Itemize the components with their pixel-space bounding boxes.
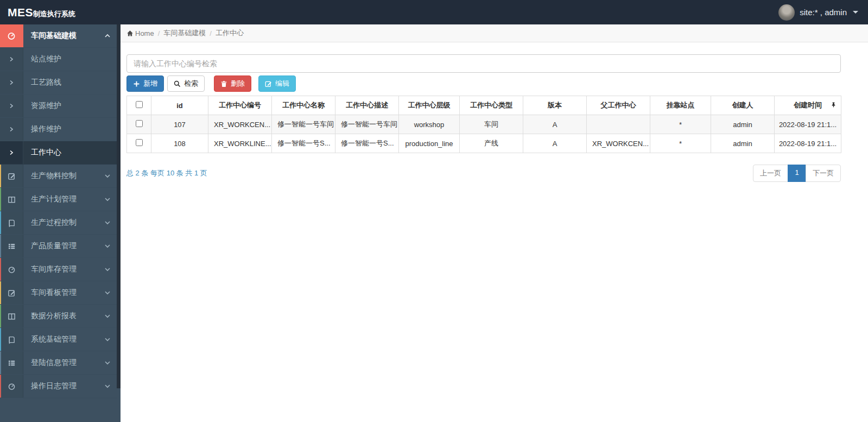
- edit-button[interactable]: 编辑: [258, 75, 296, 92]
- sidebar-item-process-route[interactable]: 工艺路线: [0, 71, 117, 95]
- cell-type: 产线: [460, 134, 523, 153]
- sidebar-item-workshop-base-modeling[interactable]: 车间基础建模: [0, 24, 117, 48]
- cell-name: 修一智能一号S...: [272, 134, 335, 153]
- search-button[interactable]: 检索: [167, 75, 205, 92]
- cell-parent: [587, 115, 650, 134]
- pagination: 上一页 1 下一页: [753, 165, 841, 182]
- user-menu[interactable]: site:* , admin: [778, 4, 868, 21]
- sidebar-item-system-management[interactable]: 系统基础管理: [0, 328, 117, 351]
- sidebar-item-plan-management[interactable]: 生产计划管理: [0, 188, 117, 211]
- breadcrumb-home-label: Home: [135, 29, 154, 37]
- sidebar-item-kanban-management[interactable]: 车间看板管理: [0, 281, 117, 305]
- table-row[interactable]: 108 XR_WORKLINE... 修一智能一号S... 修一智能一号S...…: [127, 134, 841, 153]
- home-icon: [126, 30, 134, 37]
- delete-button[interactable]: 删除: [214, 75, 251, 92]
- select-all-checkbox[interactable]: [136, 101, 143, 108]
- chevron-down-icon: [98, 258, 117, 281]
- pencil-square-icon: [0, 165, 23, 187]
- cell-level: production_line: [399, 134, 460, 153]
- search-button-label: 检索: [184, 79, 198, 89]
- row-checkbox[interactable]: [136, 139, 143, 146]
- user-label: site:* , admin: [800, 8, 847, 17]
- column-header-name: 工作中心名称: [272, 96, 335, 115]
- chevron-down-icon: [98, 235, 117, 257]
- tachometer-icon: [0, 375, 23, 398]
- cell-parent: XR_WORKCEN...: [587, 134, 650, 153]
- cell-station: *: [650, 115, 711, 134]
- sidebar: 车间基础建模 站点维护 工艺路线 资源维护: [0, 24, 121, 422]
- sidebar-item-label: 资源维护: [23, 95, 117, 117]
- sidebar-item-operation-maintenance[interactable]: 操作维护: [0, 118, 117, 141]
- column-header-create-time: 创建时间: [775, 96, 841, 115]
- sidebar-item-station-maintenance[interactable]: 站点维护: [0, 48, 117, 71]
- book-icon: [0, 328, 23, 351]
- sidebar-item-label: 操作日志管理: [23, 375, 98, 398]
- color-strip: [0, 235, 1, 257]
- chevron-down-icon: [98, 351, 117, 374]
- user-avatar: [778, 4, 795, 21]
- sidebar-item-quality-management[interactable]: 产品质量管理: [0, 235, 117, 258]
- sidebar-item-work-center[interactable]: 工作中心: [0, 141, 117, 165]
- chevron-down-icon: [98, 165, 117, 187]
- sidebar-item-process-control[interactable]: 生产过程控制: [0, 211, 117, 235]
- color-strip: [0, 305, 1, 327]
- sidebar-item-label: 车间库存管理: [23, 258, 98, 281]
- cell-code: XR_WORKLINE...: [208, 134, 272, 153]
- edit-icon: [265, 80, 272, 87]
- sidebar-item-material-control[interactable]: 生产物料控制: [0, 165, 117, 188]
- sidebar-item-login-info-management[interactable]: 登陆信息管理: [0, 351, 117, 375]
- columns-icon: [0, 305, 23, 327]
- top-navbar: MES 制造执行系统 site:* , admin: [0, 0, 868, 24]
- table-row[interactable]: 107 XR_WORKCEN... 修一智能一号车间 修一智能一号车间 work…: [127, 115, 841, 134]
- cell-version: A: [523, 134, 587, 153]
- breadcrumb-separator: /: [210, 29, 212, 37]
- search-input[interactable]: [126, 54, 841, 73]
- cell-description: 修一智能一号S...: [335, 134, 399, 153]
- column-header-creator: 创建人: [711, 96, 775, 115]
- color-strip: [0, 375, 1, 398]
- sidebar-item-label: 数据分析报表: [23, 305, 98, 327]
- sidebar-item-label: 系统基础管理: [23, 328, 98, 351]
- chevron-right-icon: [0, 48, 23, 71]
- sidebar-item-inventory-management[interactable]: 车间库存管理: [0, 258, 117, 281]
- brand-bold: MES: [8, 6, 33, 19]
- prev-page-button[interactable]: 上一页: [753, 165, 788, 182]
- sidebar-item-label: 工艺路线: [23, 71, 117, 94]
- brand-logo[interactable]: MES 制造执行系统: [0, 6, 75, 19]
- color-strip: [0, 328, 1, 351]
- chevron-down-icon: [98, 328, 117, 351]
- edit-button-label: 编辑: [275, 79, 289, 89]
- cell-description: 修一智能一号车间: [335, 115, 399, 134]
- delete-button-label: 删除: [231, 79, 245, 89]
- page-1-button[interactable]: 1: [788, 165, 806, 182]
- chevron-down-icon: [98, 375, 117, 398]
- next-page-button[interactable]: 下一页: [806, 165, 841, 182]
- color-strip: [0, 211, 1, 234]
- add-button[interactable]: 新增: [126, 75, 164, 92]
- cell-creator: admin: [711, 115, 775, 134]
- color-strip: [0, 258, 1, 281]
- breadcrumb: Home / 车间基础建模 / 工作中心: [121, 24, 868, 42]
- breadcrumb-level1-link[interactable]: 车间基础建模: [163, 28, 206, 38]
- sidebar-item-label: 车间基础建模: [23, 24, 98, 47]
- pin-icon[interactable]: [831, 102, 837, 110]
- tachometer-icon: [0, 24, 23, 47]
- cell-type: 车间: [460, 115, 523, 134]
- caret-down-icon: [853, 11, 858, 14]
- chevron-right-icon: [0, 118, 23, 141]
- row-checkbox[interactable]: [136, 120, 143, 127]
- sidebar-item-operation-log-management[interactable]: 操作日志管理: [0, 375, 117, 398]
- breadcrumb-home-link[interactable]: Home: [126, 29, 154, 37]
- sidebar-item-resource-maintenance[interactable]: 资源维护: [0, 95, 117, 118]
- chevron-right-icon: [0, 71, 23, 94]
- toolbar: 新增 检索 删除 编辑: [126, 75, 841, 92]
- sidebar-item-data-report[interactable]: 数据分析报表: [0, 305, 117, 328]
- columns-icon: [0, 188, 23, 211]
- sidebar-item-label: 生产计划管理: [23, 188, 98, 211]
- column-header-parent: 父工作中心: [587, 96, 650, 115]
- cell-create-time: 2022-08-19 21:1...: [775, 115, 841, 134]
- color-strip: [0, 188, 1, 211]
- sidebar-scrollbar-thumb[interactable]: [117, 24, 121, 388]
- brand-rest: 制造执行系统: [33, 9, 75, 19]
- pagination-summary: 总 2 条 每页 10 条 共 1 页: [126, 168, 207, 178]
